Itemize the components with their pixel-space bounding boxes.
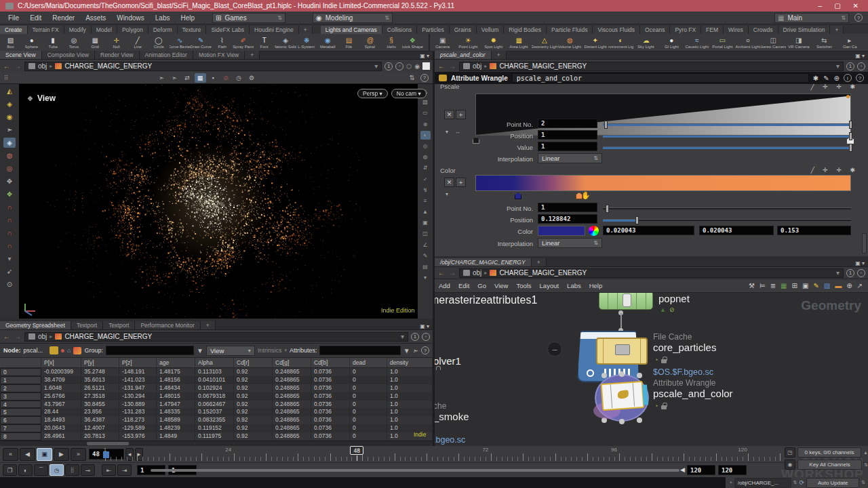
color-b-field[interactable]: 0.153 xyxy=(777,226,851,235)
playbar-option-icon[interactable]: ⊸ xyxy=(81,464,95,476)
shelf-tab[interactable]: Wires xyxy=(724,26,749,34)
move-icon[interactable]: ✥ xyxy=(3,176,16,186)
column-header[interactable] xyxy=(0,358,41,367)
shelf-tab[interactable]: Terrain FX xyxy=(28,26,64,34)
header-tool-icon[interactable]: ✱ xyxy=(813,75,818,82)
column-header[interactable]: age xyxy=(157,358,195,367)
point-no-field[interactable]: 1 xyxy=(538,203,597,212)
network-tool-icon[interactable]: ⊞ xyxy=(792,282,797,289)
shelf-tab[interactable]: Oceans xyxy=(640,26,670,34)
auto-update-selector[interactable]: Auto Update xyxy=(806,478,859,488)
shelf-tab[interactable]: Crowds xyxy=(749,26,778,34)
shelf-tab[interactable]: Houdini Engine xyxy=(250,26,299,34)
animation-icon[interactable]: ◉ xyxy=(785,460,795,470)
menu-item[interactable]: Assets xyxy=(80,13,111,23)
network-tool-icon[interactable]: ↗ xyxy=(857,282,863,289)
forward-icon[interactable]: → xyxy=(448,269,456,277)
ramp-toolbar[interactable]: ╱ ✛ ✛ ✱ xyxy=(810,167,859,174)
node-label[interactable]: _smoke xyxy=(435,411,469,422)
back-icon[interactable]: ← xyxy=(3,333,11,340)
shelf-tool[interactable]: ≈ Caustic Light xyxy=(684,34,710,51)
pin-icon[interactable]: ◦ xyxy=(857,269,865,277)
cursor-icon[interactable]: ➣ xyxy=(413,347,418,354)
cube-icon[interactable]: ⬡ xyxy=(406,63,412,70)
network-tool-icon[interactable]: ✎ xyxy=(813,282,818,289)
select-icon[interactable]: ➣ xyxy=(3,125,16,135)
attributes-input[interactable] xyxy=(319,346,400,355)
playbar-option-icon[interactable]: ❐ xyxy=(3,464,17,476)
shelf-tool[interactable]: ◫ Stereo Camera xyxy=(761,34,787,51)
back-icon[interactable]: ← xyxy=(437,62,446,70)
table-row[interactable]: 325.676627.3518-130.2941.480150.06793180… xyxy=(0,392,433,401)
menu-item[interactable]: Labs xyxy=(563,281,585,291)
shelf-tab[interactable]: Modify xyxy=(64,26,92,34)
ramp-delete-button[interactable]: ✕ xyxy=(444,110,454,119)
shelf-tool[interactable]: ☀ Point Light xyxy=(456,34,481,51)
horizontal-scrollbar[interactable] xyxy=(0,441,433,446)
shelf-tab[interactable]: + xyxy=(299,26,313,34)
pose-icon[interactable]: ◎ xyxy=(3,163,16,174)
viewport-tool-icon[interactable]: ◷ xyxy=(233,73,245,83)
pin-icon[interactable]: ◦ xyxy=(395,62,403,70)
back-icon[interactable]: ← xyxy=(437,269,446,277)
shelf-tool[interactable]: ◍ Volume Light xyxy=(557,34,583,51)
shelf-tab[interactable]: FEM xyxy=(701,26,724,34)
forward-icon[interactable]: → xyxy=(14,62,22,70)
shelf-tool[interactable]: § Helix xyxy=(380,34,401,51)
node-label[interactable]: olver1 xyxy=(435,355,461,367)
modeling-selector[interactable]: ◉ Modeling⇅ xyxy=(313,13,393,23)
pane-tab[interactable]: pscale_and_color xyxy=(435,51,492,59)
shelf-tool[interactable]: ❋ L-System xyxy=(296,34,317,51)
header-tool-icon[interactable]: ⊕ xyxy=(834,75,840,82)
network-graph[interactable]: Geometry merasterizeattributes1 popnet ▲… xyxy=(435,293,868,446)
key-icon[interactable]: ➶ xyxy=(3,266,16,277)
shelf-tab[interactable]: Pyro FX xyxy=(670,26,701,34)
pane-divider[interactable] xyxy=(433,52,435,446)
shelf-tool[interactable]: ▦ Area Light xyxy=(507,34,532,51)
pane-tab[interactable]: Composite View xyxy=(42,51,95,59)
filter-icon[interactable]: ▼ xyxy=(403,347,410,354)
display-current-icon[interactable]: ◉ xyxy=(3,112,16,122)
shelf-tool[interactable]: ✐ Spray Paint xyxy=(233,34,254,51)
range-next-icon[interactable]: ⇥ xyxy=(117,464,132,476)
pane-menu-icon[interactable]: ▣ ▾ xyxy=(855,260,868,266)
shelf-tab[interactable]: Deform xyxy=(149,26,178,34)
shelf-tool[interactable]: ❖ Quick Shapes xyxy=(402,34,423,51)
breadcrumb[interactable]: obj▸ CHARGE_MAGIC_ENERGY ▾ xyxy=(459,268,844,278)
link-icon[interactable]: ◉ xyxy=(414,63,420,70)
pscale-ramp[interactable] xyxy=(475,94,851,136)
menu-item[interactable]: File xyxy=(3,13,24,23)
refresh-icon[interactable]: ⟳ xyxy=(800,479,805,486)
transport-button[interactable]: ▶ xyxy=(54,448,69,461)
point-no-field[interactable]: 2 xyxy=(538,119,597,128)
menu-item[interactable]: Edit xyxy=(24,13,47,23)
more-icon[interactable]: ▾ xyxy=(3,253,16,264)
menu-item[interactable]: Add xyxy=(435,281,454,291)
viewport-tool-icon[interactable]: ▦ xyxy=(195,73,206,83)
pane-tab[interactable]: Textport xyxy=(103,321,135,329)
column-header[interactable]: Cd[r] xyxy=(234,358,273,367)
scrollbar[interactable] xyxy=(862,233,867,253)
color-swatch[interactable] xyxy=(538,226,585,236)
table-row[interactable]: 21.604826.5121-131.9471.484340.1029240.9… xyxy=(0,384,433,392)
shelf-tool[interactable]: △ Geometry Light xyxy=(532,34,557,51)
display-model-icon[interactable]: ◭ xyxy=(3,86,16,96)
key-all-channels-button[interactable]: Key All Channels xyxy=(797,460,862,470)
color-g-field[interactable]: 0.020043 xyxy=(699,226,774,235)
shelf-tab[interactable]: + xyxy=(830,26,844,34)
column-header[interactable]: density xyxy=(387,358,433,367)
header-tool-icon[interactable]: ✎ xyxy=(823,75,829,82)
display-template-icon[interactable]: ◈ xyxy=(3,99,16,109)
viewport-tool-icon[interactable]: ⇄ xyxy=(182,73,193,83)
viewport[interactable] xyxy=(0,84,433,319)
menu-item[interactable]: Layout xyxy=(536,281,564,291)
shelf-tool[interactable]: ▧ Box xyxy=(0,34,21,51)
menu-item[interactable]: Edit xyxy=(454,281,473,291)
shelf-tool[interactable]: ⇆ Switcher xyxy=(812,34,837,51)
table-row[interactable]: 828.496120.7813-153.9761.48490.1119750.9… xyxy=(0,432,433,441)
shelf-tool[interactable]: ☁ Sky Light xyxy=(633,34,659,51)
viewport-tool-icon[interactable]: ▪ xyxy=(208,73,219,83)
shelf-tab[interactable]: Polygon xyxy=(117,26,149,34)
viewport-tool-icon[interactable]: ➣ xyxy=(169,73,180,83)
up-icon[interactable]: ⌂ xyxy=(67,347,71,354)
